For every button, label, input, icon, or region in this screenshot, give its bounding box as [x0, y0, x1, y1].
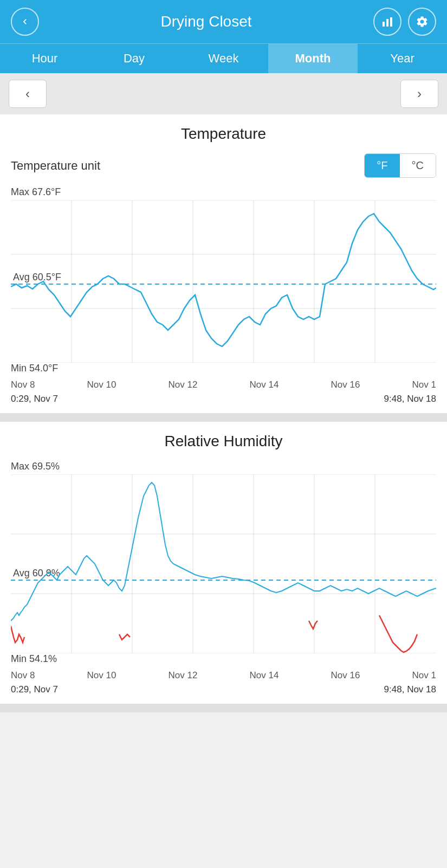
- tab-hour[interactable]: Hour: [0, 44, 89, 73]
- unit-toggle: °F °C: [364, 153, 436, 178]
- svg-text:Avg 60.5°F: Avg 60.5°F: [13, 272, 61, 282]
- humidity-title: Relative Humidity: [11, 433, 436, 450]
- temp-time-end: 9:48, Nov 18: [384, 394, 436, 404]
- unit-label: Temperature unit: [11, 159, 100, 173]
- prev-button[interactable]: ‹: [9, 80, 47, 108]
- hum-time-range: 0:29, Nov 7 9:48, Nov 18: [11, 684, 436, 695]
- x-label-0: Nov 8: [11, 380, 35, 390]
- nav-row: ‹ ›: [0, 73, 447, 114]
- hum-x-axis: Nov 8 Nov 10 Nov 12 Nov 14 Nov 16 Nov 1: [11, 667, 436, 681]
- x-label-2: Nov 12: [169, 380, 198, 390]
- temp-time-start: 0:29, Nov 7: [11, 394, 58, 404]
- bottom-divider: [0, 704, 447, 712]
- hum-x-label-5: Nov 1: [412, 670, 436, 681]
- svg-rect-0: [383, 22, 385, 27]
- humidity-card: Relative Humidity Max 69.5% Avg 60.9%: [0, 422, 447, 704]
- unit-f-button[interactable]: °F: [365, 154, 399, 177]
- unit-row: Temperature unit °F °C: [11, 153, 436, 178]
- app-header: Drying Closet: [0, 0, 447, 43]
- page-title: Drying Closet: [160, 13, 251, 30]
- svg-rect-2: [390, 17, 392, 27]
- hum-time-start: 0:29, Nov 7: [11, 684, 58, 695]
- tab-month[interactable]: Month: [268, 44, 358, 73]
- hum-x-label-2: Nov 12: [169, 670, 198, 681]
- temp-time-range: 0:29, Nov 7 9:48, Nov 18: [11, 394, 436, 404]
- hum-x-label-4: Nov 16: [331, 670, 360, 681]
- settings-button[interactable]: [408, 8, 436, 36]
- hum-svg-wrapper: Avg 60.9%: [11, 474, 436, 653]
- x-label-3: Nov 14: [250, 380, 279, 390]
- hum-x-label-1: Nov 10: [87, 670, 116, 681]
- section-divider: [0, 413, 447, 422]
- temp-x-axis: Nov 8 Nov 10 Nov 12 Nov 14 Nov 16 Nov 1: [11, 376, 436, 390]
- chart-button[interactable]: [373, 8, 401, 36]
- temperature-title: Temperature: [11, 125, 436, 143]
- next-button[interactable]: ›: [400, 80, 438, 108]
- unit-c-button[interactable]: °C: [400, 154, 436, 177]
- x-label-4: Nov 16: [331, 380, 360, 390]
- hum-time-end: 9:48, Nov 18: [384, 684, 436, 695]
- tab-day[interactable]: Day: [89, 44, 179, 73]
- humidity-chart: Max 69.5% Avg 60.9%: [11, 461, 436, 695]
- tab-year[interactable]: Year: [358, 44, 447, 73]
- tab-bar: Hour Day Week Month Year: [0, 43, 447, 73]
- temp-max-label: Max 67.6°F: [11, 187, 436, 198]
- x-label-5: Nov 1: [412, 380, 436, 390]
- hum-x-label-3: Nov 14: [250, 670, 279, 681]
- svg-rect-1: [386, 19, 388, 27]
- x-label-1: Nov 10: [87, 380, 116, 390]
- temperature-card: Temperature Temperature unit °F °C Max 6…: [0, 114, 447, 413]
- header-actions: [373, 8, 436, 36]
- back-button[interactable]: [11, 8, 39, 36]
- temp-svg-wrapper: Avg 60.5°F: [11, 200, 436, 363]
- hum-max-label: Max 69.5%: [11, 461, 436, 472]
- tab-week[interactable]: Week: [179, 44, 268, 73]
- temperature-chart: Max 67.6°F Avg 60.5°F: [11, 187, 436, 404]
- temp-min-label: Min 54.0°F: [11, 363, 436, 374]
- hum-min-label: Min 54.1%: [11, 653, 436, 665]
- hum-x-label-0: Nov 8: [11, 670, 35, 681]
